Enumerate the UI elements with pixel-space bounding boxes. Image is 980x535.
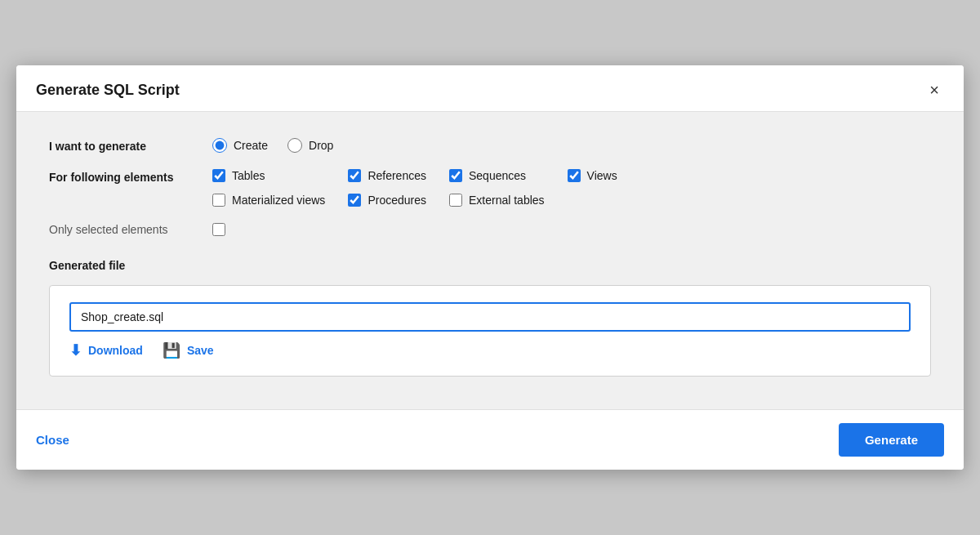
external-tables-label: External tables [469,194,545,207]
tables-label: Tables [232,169,265,182]
filename-input[interactable] [69,302,911,332]
tables-checkbox-item[interactable]: Tables [212,169,325,182]
drop-radio[interactable] [287,138,302,153]
create-radio-label: Create [234,139,268,152]
procedures-label: Procedures [368,194,426,207]
generate-sql-dialog: Generate SQL Script × I want to generate… [16,65,964,470]
generated-file-title: Generated file [49,259,931,272]
file-box: ⬇ Download 💾 Save [49,285,931,377]
sequences-checkbox[interactable] [449,169,462,182]
create-radio[interactable] [212,138,227,153]
generate-radio-group: Create Drop [212,138,333,153]
views-label: Views [587,169,617,182]
materialized-views-checkbox-item[interactable]: Materialized views [212,194,325,207]
save-button[interactable]: 💾 Save [163,341,214,359]
create-radio-item[interactable]: Create [212,138,268,153]
only-selected-checkbox[interactable] [212,223,225,236]
dialog-body: I want to generate Create Drop For follo… [16,112,964,409]
download-label: Download [88,344,143,357]
generate-row: I want to generate Create Drop [49,138,931,153]
save-icon: 💾 [163,341,180,359]
elements-checkbox-grid: Tables References Sequences Views [212,169,617,207]
sequences-label: Sequences [469,169,526,182]
only-selected-label: Only selected elements [49,223,212,236]
procedures-checkbox-item[interactable]: Procedures [348,194,426,207]
only-selected-row: Only selected elements [49,223,931,236]
drop-radio-label: Drop [309,139,333,152]
materialized-views-label: Materialized views [232,194,325,207]
dialog-footer: Close Generate [16,409,964,470]
generated-file-section: Generated file ⬇ Download 💾 Save [49,259,931,377]
save-label: Save [187,344,214,357]
download-button[interactable]: ⬇ Download [69,341,143,359]
dialog-header: Generate SQL Script × [16,65,964,112]
sequences-checkbox-item[interactable]: Sequences [449,169,545,182]
drop-radio-item[interactable]: Drop [287,138,333,153]
download-icon: ⬇ [69,341,82,359]
close-button[interactable]: Close [36,426,69,453]
procedures-checkbox[interactable] [348,194,361,207]
elements-label: For following elements [49,169,212,184]
dialog-title: Generate SQL Script [36,82,180,99]
views-checkbox[interactable] [568,169,581,182]
materialized-views-checkbox[interactable] [212,194,225,207]
generate-button[interactable]: Generate [839,423,944,457]
external-tables-checkbox[interactable] [449,194,462,207]
external-tables-checkbox-item[interactable]: External tables [449,194,545,207]
views-checkbox-item[interactable]: Views [568,169,617,182]
file-actions: ⬇ Download 💾 Save [69,341,911,359]
generate-label: I want to generate [49,138,212,153]
elements-row: For following elements Tables References… [49,169,931,207]
references-checkbox-item[interactable]: References [348,169,426,182]
tables-checkbox[interactable] [212,169,225,182]
references-checkbox[interactable] [348,169,361,182]
close-icon-button[interactable]: × [924,80,944,100]
references-label: References [368,169,426,182]
